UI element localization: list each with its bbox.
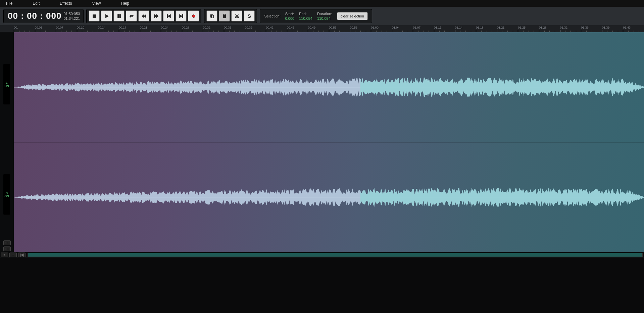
skip-end-button[interactable]	[176, 10, 187, 21]
waveform-area[interactable]: L ON R ON ↕ + ↕ −	[0, 32, 644, 252]
svg-rect-3	[119, 14, 121, 18]
channel-right-name: R	[6, 191, 8, 194]
menu-bar: File Edit Effects View Help	[0, 0, 644, 7]
time-display-panel: 00 : 00 : 000 01:50:053 01:34:221	[3, 9, 84, 23]
rewind-button[interactable]	[138, 10, 149, 21]
track-left[interactable]	[14, 32, 644, 142]
selection-duration-value: 110.054	[317, 16, 331, 21]
horizontal-zoom-out-button[interactable]: −	[9, 253, 17, 257]
svg-rect-2	[118, 14, 119, 18]
svg-marker-12	[180, 14, 182, 18]
time-total-1: 01:50:053	[63, 11, 80, 16]
selection-start-value: 0.000	[285, 16, 295, 21]
play-button[interactable]	[101, 10, 112, 21]
horizontal-scroll-row: + − |R|	[0, 252, 644, 258]
time-total-2: 01:34:221	[63, 16, 80, 21]
svg-marker-7	[144, 14, 146, 18]
selection-end-label: End:	[299, 11, 307, 16]
svg-rect-0	[93, 14, 96, 17]
pause-button[interactable]	[113, 10, 125, 21]
svg-marker-6	[142, 14, 144, 18]
selection-panel: Selection: Start: 0.000 End: 110.054 Dur…	[260, 9, 372, 23]
svg-marker-11	[168, 14, 170, 18]
paste-button[interactable]	[219, 10, 230, 21]
svg-point-14	[192, 14, 195, 17]
menu-edit[interactable]: Edit	[29, 0, 43, 6]
channel-left-name: L	[6, 81, 7, 84]
svg-marker-1	[105, 14, 108, 18]
horizontal-scrollbar[interactable]	[28, 253, 643, 257]
svg-rect-16	[211, 15, 213, 18]
transport-panel	[86, 9, 201, 23]
menu-help[interactable]: Help	[117, 0, 133, 6]
svg-marker-5	[130, 16, 131, 17]
time-ruler[interactable]: 00:00:0300:0700:1000:1400:1700:2100:2400…	[0, 25, 644, 32]
selection-label: Selection:	[264, 14, 280, 18]
selection-end-value: 110.054	[299, 16, 312, 21]
horizontal-zoom-in-button[interactable]: +	[1, 253, 8, 257]
forward-button[interactable]	[151, 10, 162, 21]
svg-rect-10	[167, 14, 168, 18]
svg-marker-4	[133, 14, 134, 16]
svg-rect-13	[182, 14, 183, 18]
channel-left-state: ON	[4, 84, 9, 88]
menu-file[interactable]: File	[3, 0, 16, 6]
svg-marker-8	[154, 14, 156, 18]
menu-effects[interactable]: Effects	[56, 0, 75, 6]
time-current: 00 : 00 : 000	[6, 11, 63, 21]
svg-rect-18	[224, 14, 225, 15]
channel-right-label[interactable]: R ON	[3, 174, 10, 215]
channel-right-state: ON	[4, 194, 9, 198]
loop-button[interactable]	[126, 10, 137, 21]
waveform-left	[14, 32, 644, 142]
edit-panel: S	[204, 9, 257, 23]
horizontal-scrollbar-thumb[interactable]	[28, 253, 642, 257]
vertical-zoom-out-button[interactable]: ↕ −	[3, 247, 11, 251]
clear-selection-button[interactable]: clear selection	[337, 12, 368, 20]
selection-duration-label: Duration:	[317, 11, 332, 16]
vertical-zoom-in-button[interactable]: ↕ +	[3, 240, 11, 245]
toolbar: 00 : 00 : 000 01:50:053 01:34:221 S Sele…	[0, 7, 644, 25]
copy-button[interactable]	[206, 10, 217, 21]
channel-left-label[interactable]: L ON	[3, 64, 10, 104]
zoom-reset-button[interactable]: |R|	[18, 253, 26, 257]
s-button[interactable]: S	[244, 10, 255, 21]
bottom-panel	[0, 258, 644, 313]
channel-gutter: L ON R ON ↕ + ↕ −	[0, 32, 14, 252]
menu-view[interactable]: View	[89, 0, 104, 6]
cut-button[interactable]	[231, 10, 242, 21]
selection-start-label: Start:	[285, 11, 294, 16]
stop-button[interactable]	[89, 10, 100, 21]
svg-marker-9	[156, 14, 158, 18]
waveform-right	[14, 142, 644, 252]
time-totals: 01:50:053 01:34:221	[63, 11, 81, 21]
skip-start-button[interactable]	[163, 10, 174, 21]
record-button[interactable]	[188, 10, 199, 21]
track-right[interactable]	[14, 142, 644, 252]
